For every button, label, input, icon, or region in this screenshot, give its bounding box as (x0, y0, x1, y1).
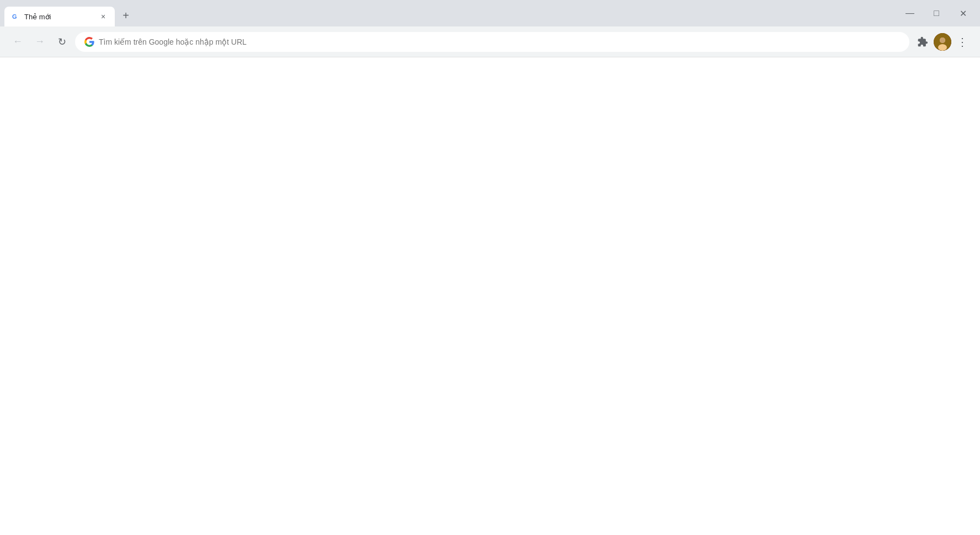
forward-button[interactable]: → (31, 33, 49, 51)
title-bar: G Thẻ mới × + — □ ✕ (0, 0, 980, 26)
main-content (0, 57, 980, 535)
nav-bar: ← → ↻ (0, 26, 980, 57)
svg-point-4 (938, 44, 947, 51)
more-options-button[interactable]: ⋮ (954, 33, 971, 51)
svg-point-5 (940, 38, 945, 43)
tab-title: Thẻ mới (24, 13, 94, 21)
address-bar-container[interactable] (75, 32, 909, 52)
tab-close-button[interactable]: × (98, 12, 108, 22)
back-button[interactable]: ← (9, 33, 26, 51)
window-controls: — □ ✕ (893, 0, 980, 26)
svg-text:G: G (12, 13, 17, 20)
close-button[interactable]: ✕ (950, 4, 976, 22)
maximize-button[interactable]: □ (924, 4, 949, 22)
address-input[interactable] (99, 38, 900, 46)
toolbar-buttons: ⋮ (914, 33, 971, 51)
active-tab[interactable]: G Thẻ mới × (4, 7, 115, 26)
minimize-button[interactable]: — (897, 4, 923, 22)
google-logo-icon (84, 37, 94, 47)
profile-button[interactable] (934, 33, 951, 51)
extensions-button[interactable] (914, 33, 931, 51)
new-tab-button[interactable]: + (117, 7, 135, 24)
tab-strip: G Thẻ mới × + (0, 0, 893, 26)
avatar (934, 33, 951, 51)
reload-button[interactable]: ↻ (53, 33, 71, 51)
tab-favicon: G (11, 12, 20, 21)
